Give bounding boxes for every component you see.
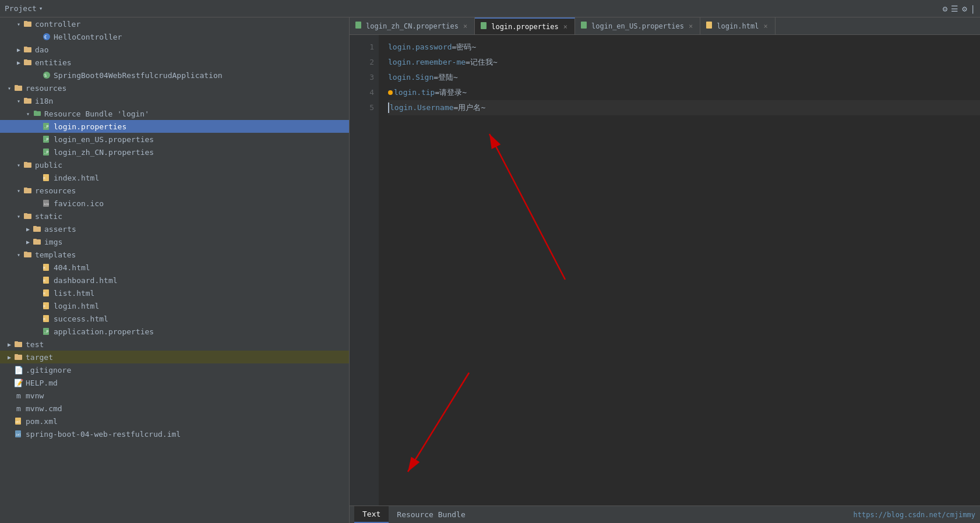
sidebar-item-login-html-file[interactable]: Hlogin.html — [0, 299, 349, 312]
sidebar-item-dao[interactable]: ▶dao — [0, 43, 349, 56]
sidebar-item-mvnw-cmd[interactable]: mmvnw.cmd — [0, 402, 349, 415]
sidebar-item-asserts[interactable]: ▶asserts — [0, 222, 349, 235]
tree-arrow-list-html[interactable] — [33, 288, 42, 298]
sidebar-item-hellocontroller[interactable]: CHelloController — [0, 30, 349, 43]
tree-arrow-dao[interactable]: ▶ — [14, 45, 23, 54]
code-area[interactable]: login.password=密码~login.remember-me=记住我~… — [379, 35, 980, 506]
status-bar: Text Resource Bundle https://blog.csdn.n… — [350, 506, 980, 523]
sidebar-item-entities[interactable]: ▶entities — [0, 56, 349, 69]
status-tab-resource-bundle[interactable]: Resource Bundle — [389, 506, 473, 523]
sidebar-item-i18n[interactable]: ▾i18n — [0, 94, 349, 107]
tree-arrow-success-html[interactable] — [33, 314, 42, 323]
gear-icon[interactable]: ⚙ — [962, 4, 967, 13]
tree-arrow-static[interactable]: ▾ — [14, 211, 23, 221]
sidebar-item-resources[interactable]: ▾resources — [0, 82, 349, 94]
tab-close-login-props[interactable]: × — [562, 23, 569, 31]
sidebar-item-application-props[interactable]: .Papplication.properties — [0, 325, 349, 338]
sidebar-item-dashboard-html[interactable]: Hdashboard.html — [0, 274, 349, 287]
sidebar-item-404-html[interactable]: H404.html — [0, 261, 349, 274]
sidebar-item-spring-iml[interactable]: imlspring-boot-04-web-restfulcrud.iml — [0, 427, 349, 440]
tab-close-login-en-us[interactable]: × — [688, 22, 694, 30]
sidebar-item-static[interactable]: ▾static — [0, 210, 349, 222]
tree-arrow-target[interactable]: ▶ — [5, 352, 14, 362]
tree-arrow-templates[interactable]: ▾ — [14, 250, 23, 259]
tab-login-html-tab[interactable]: login.html× — [700, 17, 775, 34]
sidebar-item-public[interactable]: ▾public — [0, 158, 349, 171]
tree-arrow-springboot-app[interactable] — [33, 70, 42, 80]
sidebar-item-pom-xml[interactable]: xmlpom.xml — [0, 415, 349, 427]
tab-icon-login-html-tab — [706, 22, 713, 30]
project-label[interactable]: Project ▾ — [5, 4, 43, 13]
tree-arrow-controller[interactable]: ▾ — [14, 19, 23, 29]
sidebar-item-target[interactable]: ▶target — [0, 351, 349, 363]
tree-arrow-index-html[interactable] — [33, 173, 42, 182]
tree-arrow-imgs[interactable]: ▶ — [23, 237, 33, 246]
svg-line-64 — [489, 134, 565, 280]
sidebar-item-success-html[interactable]: Hsuccess.html — [0, 312, 349, 325]
tab-login-zh-cn[interactable]: login_zh_CN.properties× — [350, 17, 475, 34]
sidebar-item-help-md[interactable]: 📝HELP.md — [0, 376, 349, 389]
sidebar-item-templates[interactable]: ▾templates — [0, 248, 349, 261]
tree-arrow-dashboard-html[interactable] — [33, 275, 42, 285]
sidebar-item-resources2[interactable]: ▾resources — [0, 184, 349, 197]
sidebar-item-login-zh-CN[interactable]: .Plogin_zh_CN.properties — [0, 146, 349, 158]
sidebar-item-favicon-ico[interactable]: icofavicon.ico — [0, 197, 349, 210]
tree-arrow-favicon-ico[interactable] — [33, 199, 42, 208]
tree-arrow-hellocontroller[interactable] — [33, 32, 42, 41]
svg-text:.P: .P — [44, 330, 48, 334]
tab-label-login-props: login.properties — [491, 23, 559, 31]
svg-text:S: S — [44, 73, 47, 78]
svg-rect-7 — [24, 59, 27, 61]
sidebar-item-imgs[interactable]: ▶imgs — [0, 235, 349, 248]
sidebar-item-springboot-app[interactable]: SSpringBoot04WebRestfulcrudApplication — [0, 69, 349, 82]
tree-label-asserts: asserts — [44, 225, 76, 234]
tree-arrow-resources[interactable]: ▾ — [5, 83, 14, 93]
tree-arrow-test[interactable]: ▶ — [5, 340, 14, 349]
tree-icon-props: .P — [42, 135, 51, 144]
tree-arrow-404-html[interactable] — [33, 263, 42, 272]
tree-icon-html: H — [42, 263, 51, 272]
tree-label-test: test — [26, 340, 44, 349]
sidebar-item-login-properties[interactable]: .Plogin.properties — [0, 120, 349, 133]
tree-arrow-application-props[interactable] — [33, 327, 42, 336]
sidebar-item-index-html[interactable]: Hindex.html — [0, 171, 349, 184]
sidebar-item-resource-bundle[interactable]: ▾Resource Bundle 'login' — [0, 107, 349, 120]
tree-arrow-public[interactable]: ▾ — [14, 160, 23, 169]
code-eq-line-4: = — [435, 85, 439, 100]
tree-arrow-login-zh-CN[interactable] — [33, 147, 42, 157]
tree-label-controller: controller — [35, 20, 80, 29]
sidebar[interactable]: ▾controllerCHelloController▶dao▶entities… — [0, 17, 350, 523]
tree-arrow-mvnw-cmd[interactable] — [5, 404, 14, 413]
svg-rect-5 — [24, 47, 27, 48]
tree-arrow-pom-xml[interactable] — [5, 416, 14, 426]
tree-label-resources2: resources — [35, 186, 76, 195]
tree-arrow-resources2[interactable]: ▾ — [14, 186, 23, 195]
sidebar-item-login-en-US[interactable]: .Plogin_en_US.properties — [0, 133, 349, 146]
tree-arrow-i18n[interactable]: ▾ — [14, 96, 23, 105]
tree-arrow-asserts[interactable]: ▶ — [23, 224, 33, 234]
tree-arrow-mvnw[interactable] — [5, 391, 14, 400]
tree-label-mvnw: mvnw — [26, 391, 44, 400]
settings-icon[interactable]: ⚙ — [943, 4, 947, 13]
tree-arrow-login-html-file[interactable] — [33, 301, 42, 310]
tree-arrow-entities[interactable]: ▶ — [14, 58, 23, 67]
tab-login-en-us[interactable]: login_en_US.properties× — [575, 17, 700, 34]
status-tab-text[interactable]: Text — [354, 506, 389, 523]
tree-label-application-props: application.properties — [54, 327, 154, 336]
tab-close-login-html-tab[interactable]: × — [762, 22, 769, 30]
list-icon[interactable]: ☰ — [951, 4, 958, 13]
tree-arrow-login-en-US[interactable] — [33, 135, 42, 144]
svg-text:xml: xml — [15, 420, 20, 423]
tree-arrow-help-md[interactable] — [5, 378, 14, 387]
tree-arrow-spring-iml[interactable] — [5, 429, 14, 439]
sidebar-item-test[interactable]: ▶test — [0, 338, 349, 351]
tree-arrow-login-properties[interactable] — [33, 122, 42, 131]
sidebar-item-mvnw[interactable]: mmvnw — [0, 389, 349, 402]
tab-login-props[interactable]: login.properties× — [475, 17, 575, 34]
tree-arrow-gitignore[interactable] — [5, 365, 14, 374]
sidebar-item-list-html[interactable]: Hlist.html — [0, 287, 349, 299]
sidebar-item-gitignore[interactable]: 📄.gitignore — [0, 363, 349, 376]
tree-arrow-resource-bundle[interactable]: ▾ — [23, 109, 33, 118]
sidebar-item-controller[interactable]: ▾controller — [0, 17, 349, 30]
tab-close-login-zh-cn[interactable]: × — [462, 22, 468, 30]
